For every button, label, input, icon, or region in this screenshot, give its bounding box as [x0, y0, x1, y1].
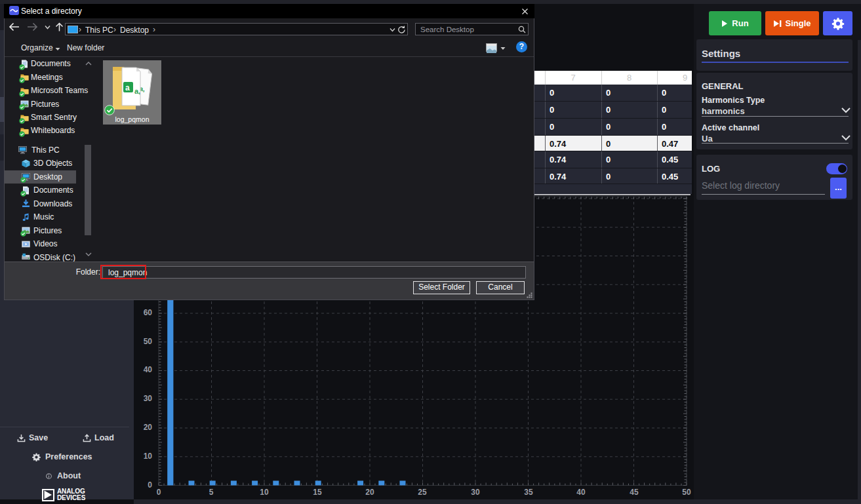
svg-text:a: a — [125, 83, 130, 92]
svg-text:a,: a, — [134, 87, 140, 95]
